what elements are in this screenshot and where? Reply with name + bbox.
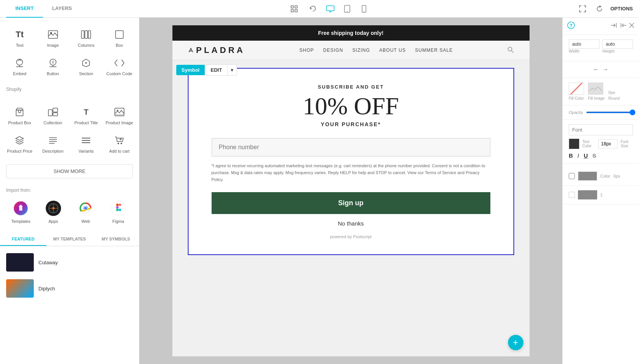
- phone-input[interactable]: [212, 138, 490, 156]
- bold-button[interactable]: B: [569, 152, 573, 159]
- insert-section[interactable]: Section: [70, 52, 103, 81]
- button-label: Button: [47, 71, 59, 76]
- fullscreen-icon[interactable]: [576, 3, 589, 15]
- add-to-cart-label: Add to cart: [109, 149, 129, 153]
- show-more-button[interactable]: SHOW MORE: [6, 164, 133, 178]
- size-swatch[interactable]: [578, 190, 597, 199]
- shopify-product-title[interactable]: T Product Title: [70, 101, 103, 130]
- shopify-add-to-cart[interactable]: Add to cart: [103, 130, 136, 158]
- svg-point-60: [119, 209, 121, 211]
- text-color-swatch[interactable]: [569, 138, 579, 149]
- opacity-slider[interactable]: [586, 112, 636, 113]
- text-format-row: B I U S: [569, 152, 633, 159]
- fill-image-swatch[interactable]: [588, 82, 603, 95]
- grid-icon[interactable]: [288, 3, 300, 15]
- add-element-button[interactable]: +: [508, 335, 523, 350]
- strikethrough-button[interactable]: S: [593, 152, 596, 159]
- svg-point-41: [121, 143, 122, 144]
- svg-rect-3: [295, 10, 297, 12]
- italic-button[interactable]: I: [578, 152, 579, 159]
- border-checkbox[interactable]: [569, 173, 575, 179]
- height-input[interactable]: [603, 40, 633, 49]
- opacity-section: Opacity: [563, 105, 639, 120]
- mobile-icon[interactable]: [359, 3, 369, 14]
- nav-about[interactable]: ABOUT US: [379, 48, 406, 53]
- fill-image-item: Fill Image: [588, 82, 604, 100]
- embed-icon: [13, 57, 26, 69]
- refresh-icon[interactable]: [593, 3, 606, 15]
- edit-dropdown[interactable]: ▾: [228, 64, 237, 76]
- insert-box[interactable]: Box: [103, 24, 136, 52]
- fill-color-swatch[interactable]: [569, 82, 584, 95]
- product-price-label: Product Price: [7, 149, 32, 153]
- insert-embed[interactable]: Embed: [3, 52, 36, 81]
- description-icon: [47, 134, 59, 147]
- product-title-label: Product Title: [74, 120, 98, 125]
- svg-point-25: [85, 62, 87, 64]
- import-web[interactable]: Web: [71, 198, 101, 227]
- width-input[interactable]: [569, 40, 599, 49]
- border-color-swatch[interactable]: [578, 171, 597, 181]
- legal-text: *I agree to receive recurring automated …: [212, 163, 490, 183]
- insert-image[interactable]: Image: [36, 24, 70, 52]
- svg-rect-28: [53, 108, 58, 112]
- variants-icon: [80, 134, 92, 147]
- underline-button[interactable]: U: [584, 152, 588, 159]
- site-nav-links: SHOP DESIGN SIZING ABOUT US SUMMER SALE: [300, 48, 453, 53]
- figma-label: Figma: [112, 219, 124, 224]
- top-bar: INSERT LAYERS OPTIONS: [0, 0, 639, 18]
- round-value: 0px: [608, 90, 619, 95]
- insert-text[interactable]: Tt Text: [3, 24, 36, 52]
- template-item-diptych[interactable]: Diptych: [0, 275, 139, 301]
- import-grid: Templates Apps: [6, 198, 133, 227]
- nav-design[interactable]: DESIGN: [323, 48, 343, 53]
- insert-custom-code[interactable]: Custom Code: [103, 52, 136, 81]
- insert-columns[interactable]: Columns: [70, 24, 103, 52]
- expand-left-icon[interactable]: [611, 23, 617, 30]
- product-image-label: Product Image: [106, 120, 133, 125]
- import-templates[interactable]: Templates: [6, 198, 36, 227]
- nav-sizing[interactable]: SIZING: [353, 48, 370, 53]
- close-right-icon[interactable]: [629, 23, 634, 30]
- popup-subtitle: SUBSCRIBE AND GET: [318, 84, 384, 90]
- arrow-right-icon[interactable]: →: [603, 66, 609, 73]
- size-checkbox[interactable]: [569, 192, 575, 198]
- shopify-description[interactable]: Description: [36, 130, 70, 158]
- tab-layers[interactable]: LAYERS: [43, 0, 81, 18]
- import-figma[interactable]: Figma: [104, 198, 133, 227]
- text-color-label: Text Color: [583, 140, 596, 148]
- symbol-button[interactable]: Symbol: [176, 65, 205, 75]
- insert-button[interactable]: Button: [36, 52, 70, 81]
- box-label: Box: [116, 43, 123, 48]
- import-apps[interactable]: Apps: [39, 198, 68, 227]
- edit-button[interactable]: EDIT: [205, 64, 228, 76]
- tab-featured[interactable]: FEATURED: [0, 233, 46, 246]
- template-item-cutaway[interactable]: Cutaway: [0, 249, 139, 275]
- tab-my-templates[interactable]: MY TEMPLATES: [46, 233, 93, 246]
- no-thanks-link[interactable]: No thanks: [338, 220, 364, 227]
- shopify-product-price[interactable]: Product Price: [3, 130, 36, 158]
- tab-insert[interactable]: INSERT: [6, 0, 43, 18]
- collapse-right-icon[interactable]: [620, 23, 627, 30]
- desktop-icon[interactable]: [325, 3, 336, 14]
- shopify-variants[interactable]: Variants: [70, 130, 103, 158]
- columns-icon: [80, 28, 92, 41]
- options-label: OPTIONS: [610, 6, 633, 12]
- web-icon: [78, 201, 93, 216]
- svg-rect-4: [326, 6, 334, 11]
- shopify-product-box[interactable]: Product Box: [3, 101, 36, 130]
- search-icon[interactable]: [507, 46, 514, 54]
- font-size-input[interactable]: [598, 139, 617, 148]
- tab-my-symbols[interactable]: MY SYMBOLS: [93, 233, 139, 246]
- signup-button[interactable]: Sign up: [212, 192, 490, 214]
- shopify-product-image[interactable]: Product Image: [103, 101, 136, 130]
- arrow-left-icon[interactable]: ←: [593, 66, 599, 73]
- svg-point-10: [364, 11, 365, 12]
- undo-icon[interactable]: [306, 3, 319, 15]
- tablet-icon[interactable]: [342, 3, 353, 14]
- shopify-collection[interactable]: Collection: [36, 101, 70, 130]
- nav-sale[interactable]: SUMMER SALE: [415, 48, 453, 53]
- font-input[interactable]: [569, 124, 633, 135]
- nav-shop[interactable]: SHOP: [300, 48, 314, 53]
- help-icon[interactable]: ?: [567, 21, 575, 31]
